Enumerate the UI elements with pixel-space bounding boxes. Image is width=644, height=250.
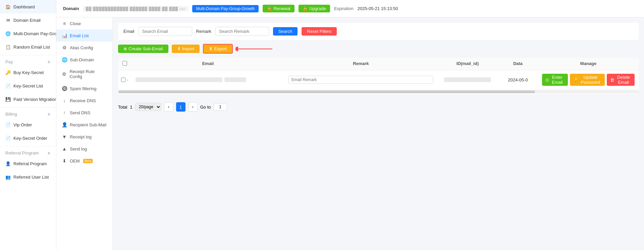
sidebar-label-key-secret-order: Key-Secret Order <box>13 136 47 141</box>
sidebar-section-referral: Referral Program ∧ <box>0 148 56 157</box>
remark-search-input[interactable] <box>215 27 269 36</box>
dashboard-icon: 🏠 <box>5 4 11 9</box>
sidebar-item-multi-domain[interactable]: 🌐 Multi-Domain Pay-Group <box>0 27 56 40</box>
delete-email-button[interactable]: 🗑 Delete Email <box>607 74 635 86</box>
sub-sidebar-receipt-rule-label: Receipt Rule Config <box>69 69 107 79</box>
create-sub-email-button[interactable]: ⊕ Create Sub-Email <box>118 45 168 53</box>
sidebar-label-pay: Pay <box>5 59 13 64</box>
table-col-data: Data <box>498 58 538 70</box>
sub-sidebar-receive-dns-label: Receive DNS <box>70 98 96 103</box>
sub-sidebar-receipt-log[interactable]: ▼ Receipt log <box>56 131 112 143</box>
select-all-checkbox[interactable] <box>122 61 127 66</box>
sidebar-label-random-email: Random Email List <box>13 45 50 50</box>
top-header: Domain ██ ████████████ ██████ ████ ██ ██… <box>56 0 644 17</box>
table-col-checkbox <box>118 58 131 70</box>
sidebar-item-vip-order[interactable]: 📄 Vip Order <box>0 118 56 131</box>
sub-sidebar-recipient-sub-mail[interactable]: 👤 Recipient Sub-Mail <box>56 119 112 131</box>
referred-user-icon: 👥 <box>5 174 11 180</box>
divider-1 <box>0 55 56 55</box>
reset-filters-button[interactable]: Reset Filters <box>302 27 337 36</box>
table-col-manage: Manage <box>538 58 639 70</box>
sub-sidebar-alias-label: Alias Config <box>70 45 93 50</box>
sidebar-item-referred-user[interactable]: 👥 Referred User List <box>0 170 56 184</box>
domain-value: ██ ████████████ ██████ ████ ██ ███ ion <box>83 6 188 11</box>
email-remark-input[interactable] <box>288 76 433 84</box>
sub-sidebar-alias-config[interactable]: ⚙ Alias Config <box>56 42 112 54</box>
sub-sidebar-spam[interactable]: 🔘 Spam filtering <box>56 82 112 95</box>
sidebar-item-random-email[interactable]: 📋 Random Email List <box>0 40 56 54</box>
action-bar: ⊕ Create Sub-Email ⬆ Import ⬇ Export <box>118 44 639 54</box>
oem-icon: ⬇ <box>62 158 67 164</box>
delete-icon: 🗑 <box>610 77 614 82</box>
receive-dns-icon: ↓ <box>62 98 67 103</box>
badge-upgrade[interactable]: 🔒 Upgrade <box>299 5 330 12</box>
sidebar-label-paid-version: Paid Version Migration <box>13 97 56 102</box>
sidebar-item-dashboard[interactable]: 🏠 Dashboard <box>0 0 56 13</box>
data-col-label: Data <box>513 61 523 66</box>
row-action-buttons: ⊙ Enter Email 🔑 Update Password 🗑 Delete… <box>542 74 635 86</box>
export-button[interactable]: ⬇ Export <box>203 44 233 54</box>
page-1-button[interactable]: 1 <box>176 102 185 112</box>
multi-domain-icon: 🌐 <box>5 31 11 36</box>
sub-sidebar-sub-domain-label: Sub-Domain <box>70 57 94 62</box>
sidebar-label-buy-key: Buy Key-Secret <box>13 70 44 75</box>
enter-email-button[interactable]: ⊙ Enter Email <box>542 74 568 86</box>
sub-sidebar-email-list-label: Email List <box>70 33 89 38</box>
table-col-remark: Remark <box>284 58 437 70</box>
sidebar-item-buy-key[interactable]: 🔑 Buy Key-Secret <box>0 66 56 79</box>
badge-multi-domain[interactable]: Multi-Domain Pay-Group-Growth <box>192 5 259 12</box>
row-remark-cell <box>284 72 437 87</box>
goto-label: Go to <box>200 105 211 110</box>
import-button[interactable]: ⬆ Import <box>172 45 200 53</box>
sub-sidebar-sub-domain[interactable]: 🌐 Sub-Domain <box>56 54 112 66</box>
sub-sidebar-send-log[interactable]: ▲ Send log <box>56 143 112 155</box>
sub-sidebar-oem[interactable]: ⬇ OEM Beta <box>56 155 112 167</box>
sidebar-item-domain-email[interactable]: ✉ Domain Email <box>0 13 56 27</box>
sub-sidebar-send-log-label: Send log <box>70 146 87 151</box>
paid-version-icon: 💾 <box>5 97 11 102</box>
buy-key-icon: 🔑 <box>5 70 11 75</box>
sidebar-item-paid-version[interactable]: 💾 Paid Version Migration <box>0 92 56 106</box>
prev-page-button[interactable]: ‹ <box>164 102 173 112</box>
left-sidebar: 🏠 Dashboard ✉ Domain Email 🌐 Multi-Domai… <box>0 0 56 250</box>
sub-sidebar-receipt-log-label: Receipt log <box>70 134 92 139</box>
sub-sidebar-receive-dns[interactable]: ↓ Receive DNS <box>56 95 112 107</box>
export-icon: ⬇ <box>209 46 213 51</box>
scroll-thumb <box>118 90 535 93</box>
sub-sidebar-send-dns[interactable]: ↑ Send DNS <box>56 107 112 119</box>
sub-sidebar-close[interactable]: ≡ Close <box>56 17 112 29</box>
sidebar-item-referral-program[interactable]: 👤 Referral Program <box>0 157 56 170</box>
search-button[interactable]: Search <box>273 27 298 36</box>
next-page-button[interactable]: › <box>188 102 198 112</box>
upgrade-lock-icon: 🔒 <box>303 6 308 11</box>
sub-sidebar-email-list[interactable]: 📊 Email List <box>56 29 112 42</box>
row-checkbox[interactable] <box>121 77 125 82</box>
sub-sidebar-receipt-rule[interactable]: ⚙ Receipt Rule Config <box>56 66 112 82</box>
horizontal-scrollbar[interactable] <box>118 90 639 93</box>
update-password-button[interactable]: 🔑 Update Password <box>570 74 605 86</box>
alias-config-icon: ⚙ <box>62 45 67 50</box>
sidebar-item-key-secret-order[interactable]: 📄 Key-Secret Order <box>0 131 56 145</box>
right-panel: ≡ Close 📊 Email List ⚙ Alias Config 🌐 Su… <box>56 17 644 250</box>
key-secret-order-icon: 📄 <box>5 135 11 141</box>
sidebar-label-multi-domain: Multi-Domain Pay-Group <box>13 31 56 36</box>
goto-input[interactable] <box>214 103 227 111</box>
sidebar-label-key-list: Key-Secret List <box>13 83 43 88</box>
email-search-input[interactable] <box>139 27 192 36</box>
email-table: Email Remark ID(mail_id) Data Manage <box>118 58 639 94</box>
sub-domain-icon: 🌐 <box>62 57 67 62</box>
sidebar-section-pay: Pay ∧ <box>0 57 56 66</box>
enter-icon: ⊙ <box>545 77 549 82</box>
export-wrapper: ⬇ Export <box>203 44 233 54</box>
sidebar-item-key-list[interactable]: 📄 Key-Secret List <box>0 79 56 92</box>
recipient-sub-mail-icon: 👤 <box>62 122 67 127</box>
row-expand-icon[interactable]: › <box>127 77 128 82</box>
divider-2 <box>0 107 56 108</box>
row-email-cell <box>131 74 284 85</box>
page-size-select[interactable]: 20/page 50/page <box>135 103 161 111</box>
renewal-lock-icon: 🔒 <box>267 6 272 11</box>
badge-renewal[interactable]: 🔒 Renewal <box>263 5 294 12</box>
domain-label: Domain <box>63 6 79 11</box>
remark-filter-label: Remark <box>196 29 212 34</box>
manage-col-label: Manage <box>580 61 596 66</box>
